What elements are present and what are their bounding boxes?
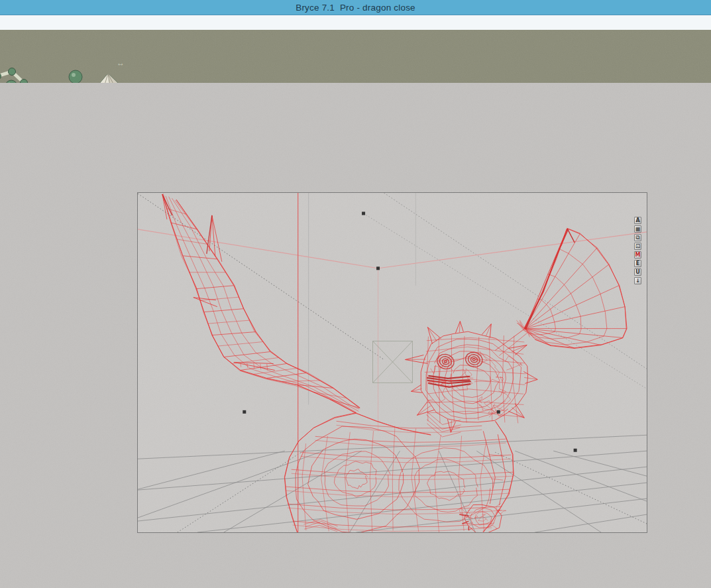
object-controls: A ■ ⧉ ⊡ M E U ↓ <box>634 217 643 286</box>
window-title: Bryce 7.1 Pro - dragon close <box>296 3 415 13</box>
solid-display-button[interactable]: ■ <box>634 225 641 233</box>
attributes-button[interactable]: A <box>634 217 641 224</box>
menu-strip <box>0 15 711 30</box>
palette-expand-handle[interactable]: ↔ <box>117 59 125 68</box>
origin-button[interactable]: ⊡ <box>634 243 641 250</box>
wireframe-scene <box>138 193 647 532</box>
edit-button[interactable]: E <box>634 260 641 267</box>
collapse-button[interactable]: ↓ <box>634 277 641 284</box>
scene-viewport[interactable]: A ■ ⧉ ⊡ M E U ↓ <box>137 192 647 533</box>
material-button[interactable]: M <box>634 251 641 259</box>
window-titlebar[interactable]: Bryce 7.1 Pro - dragon close <box>0 0 711 15</box>
group-display-button[interactable]: ⧉ <box>634 234 641 241</box>
u-button[interactable]: U <box>634 268 641 276</box>
create-palette: ↔ <box>0 30 711 83</box>
